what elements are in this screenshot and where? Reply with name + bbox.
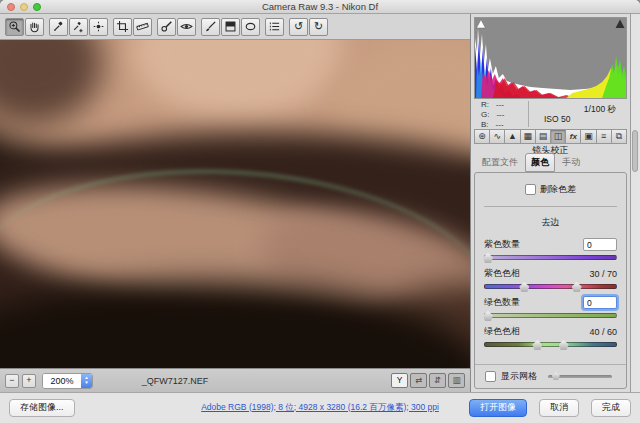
show-grid-checkbox[interactable] [485, 371, 496, 382]
slider-thumb-high[interactable] [559, 340, 569, 350]
close-window-button[interactable] [7, 3, 15, 11]
zoom-tool-icon[interactable] [5, 18, 24, 36]
preferences-icon[interactable] [265, 18, 284, 36]
scrollbar-thumb[interactable] [632, 130, 638, 172]
purple-amount-row: 紫色数量 [484, 237, 617, 260]
r-value: --- [496, 100, 504, 109]
subtab-manual[interactable]: 手动 [556, 153, 586, 172]
before-after-toggle-button[interactable]: Y [391, 373, 408, 388]
show-grid-label: 显示网格 [501, 370, 537, 383]
tab-effects-icon[interactable]: fx [566, 129, 581, 144]
tab-basic-icon[interactable]: ⊛ [474, 129, 490, 144]
subtab-color[interactable]: 颜色 [525, 153, 555, 172]
zoom-out-button[interactable]: − [5, 374, 19, 388]
save-image-button[interactable]: 存储图像... [9, 399, 75, 417]
shutter-speed: 1/100 秒 [584, 104, 616, 116]
slider-thumb[interactable] [483, 311, 493, 321]
green-amount-input[interactable] [583, 296, 617, 309]
zoom-bar: − + 200% ▲▼ _QFW7127.NEF Y ⇄ ⇵ ▥ [0, 368, 470, 392]
panel-tab-strip: ⊛ ∿ ▲ ▦ ▤ ◫ fx ▣ ≡ ⧉ [474, 129, 627, 144]
histogram[interactable] [474, 17, 627, 99]
image-preview[interactable] [0, 40, 470, 368]
slider-thumb-high[interactable] [572, 282, 582, 292]
minimize-window-button[interactable] [20, 3, 28, 11]
purple-amount-slider[interactable] [484, 255, 617, 260]
tab-snapshots-icon[interactable]: ⧉ [612, 129, 627, 144]
cancel-button[interactable]: 取消 [539, 399, 579, 417]
split-view-button[interactable]: ▥ [448, 373, 465, 388]
tab-camera-calibration-icon[interactable]: ▣ [581, 129, 596, 144]
crop-tool-icon[interactable] [113, 18, 132, 36]
green-hue-value: 40 / 60 [589, 327, 617, 337]
copy-settings-button[interactable]: ⇵ [429, 373, 446, 388]
toolbar: ↺ ↻ [0, 14, 470, 40]
remove-ca-label: 删除色差 [540, 183, 576, 196]
open-image-button[interactable]: 打开图像 [469, 399, 527, 417]
targeted-adjustment-tool-icon[interactable] [89, 18, 108, 36]
purple-amount-input[interactable] [583, 238, 617, 251]
done-button[interactable]: 完成 [591, 399, 631, 417]
tab-detail-icon[interactable]: ▲ [505, 129, 520, 144]
window-title: Camera Raw 9.3 - Nikon Df [0, 1, 640, 12]
green-amount-row: 绿色数量 [484, 295, 617, 318]
grid-size-slider[interactable] [548, 375, 612, 378]
exposure-info: R:--- G:--- B:--- 1/100 秒 ISO 50 [473, 99, 628, 129]
red-eye-tool-icon[interactable] [177, 18, 196, 36]
titlebar: Camera Raw 9.3 - Nikon Df [0, 0, 640, 14]
slider-thumb-low[interactable] [519, 282, 529, 292]
tab-split-toning-icon[interactable]: ▤ [536, 129, 551, 144]
b-value: --- [496, 120, 504, 129]
zoom-window-button[interactable] [33, 3, 41, 11]
rotate-left-icon[interactable]: ↺ [289, 18, 308, 36]
radial-filter-tool-icon[interactable] [241, 18, 260, 36]
rgb-readout: R:--- G:--- B:--- [473, 101, 529, 127]
shot-settings: 1/100 秒 ISO 50 [529, 101, 628, 127]
footer-bar: 存储图像... Adobe RGB (1998); 8 位; 4928 x 32… [0, 392, 640, 422]
green-amount-label: 绿色数量 [484, 296, 520, 309]
tab-hsl-icon[interactable]: ▦ [521, 129, 536, 144]
purple-hue-row: 紫色色相 30 / 70 [484, 266, 617, 289]
spot-removal-tool-icon[interactable] [157, 18, 176, 36]
panel-spacer [484, 353, 617, 364]
slider-thumb-low[interactable] [532, 340, 542, 350]
swap-before-after-button[interactable]: ⇄ [410, 373, 427, 388]
slider-thumb[interactable] [483, 253, 493, 263]
purple-hue-slider[interactable] [484, 284, 617, 289]
workflow-options-link[interactable]: Adobe RGB (1998); 8 位; 4928 x 3280 (16.2… [201, 402, 439, 414]
before-after-controls: Y ⇄ ⇵ ▥ [391, 373, 465, 388]
camera-raw-window: Camera Raw 9.3 - Nikon Df [0, 0, 640, 423]
iso-value: ISO 50 [544, 114, 570, 124]
zoom-level-select[interactable]: 200% ▲▼ [42, 373, 93, 389]
graduated-filter-tool-icon[interactable] [221, 18, 240, 36]
lens-color-panel: 删除色差 去边 紫色数量 紫色色相 30 / 70 [474, 172, 627, 389]
hand-tool-icon[interactable] [25, 18, 44, 36]
zoom-level-value: 200% [43, 374, 81, 388]
g-value: --- [496, 110, 504, 119]
purple-hue-value: 30 / 70 [589, 269, 617, 279]
rotate-right-icon[interactable]: ↻ [309, 18, 328, 36]
slider-thumb[interactable] [552, 372, 560, 380]
color-sampler-tool-icon[interactable] [69, 18, 88, 36]
straighten-tool-icon[interactable] [133, 18, 152, 36]
window-controls [7, 3, 41, 11]
tab-tone-curve-icon[interactable]: ∿ [490, 129, 505, 144]
green-amount-slider[interactable] [484, 313, 617, 318]
adjustment-brush-tool-icon[interactable] [201, 18, 220, 36]
divider [484, 206, 617, 207]
subtab-profile[interactable]: 配置文件 [476, 153, 524, 172]
zoom-stepper-icon[interactable]: ▲▼ [81, 374, 92, 388]
purple-hue-label: 紫色色相 [484, 267, 520, 280]
green-hue-slider[interactable] [484, 342, 617, 347]
green-hue-label: 绿色色相 [484, 325, 520, 338]
tab-lens-corrections-icon[interactable]: ◫ [551, 129, 566, 144]
remove-ca-checkbox[interactable] [525, 184, 536, 195]
tab-presets-icon[interactable]: ≡ [597, 129, 612, 144]
purple-amount-label: 紫色数量 [484, 238, 520, 251]
show-grid-row: 显示网格 [475, 364, 626, 388]
green-hue-row: 绿色色相 40 / 60 [484, 324, 617, 347]
zoom-in-button[interactable]: + [22, 374, 36, 388]
lens-subtabs: 配置文件 颜色 手动 [473, 157, 628, 172]
panel-scrollbar[interactable] [630, 14, 639, 392]
white-balance-tool-icon[interactable] [49, 18, 68, 36]
remove-ca-row[interactable]: 删除色差 [484, 183, 617, 196]
